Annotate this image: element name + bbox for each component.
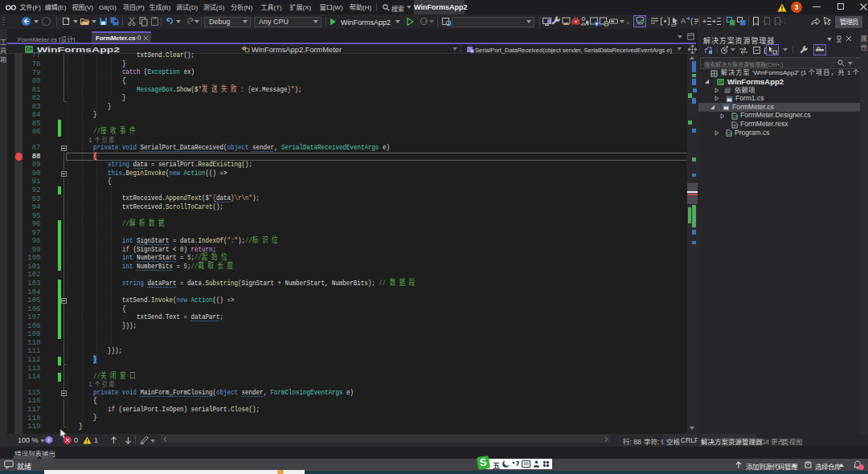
svg-text:C#: C#: [727, 131, 732, 136]
svg-text:(: (: [690, 17, 694, 26]
svg-text:C#: C#: [732, 114, 738, 119]
svg-text:A: A: [681, 17, 686, 25]
